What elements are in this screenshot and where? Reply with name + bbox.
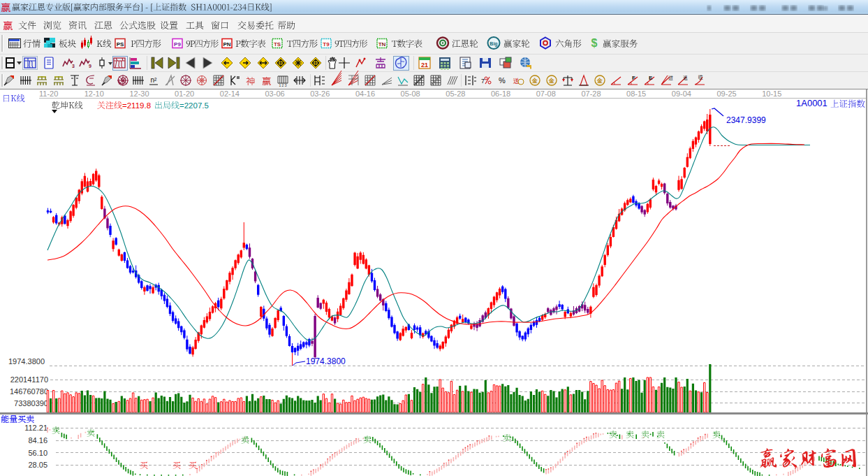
svg-text:07-28: 07-28: [581, 89, 601, 98]
svg-text:12-10: 12-10: [84, 89, 104, 98]
svg-text:T9: T9: [323, 41, 330, 48]
svg-text:TS: TS: [274, 41, 281, 48]
svg-text:7: 7: [481, 78, 485, 85]
svg-text:PS: PS: [117, 41, 124, 48]
svg-text:1974.3800: 1974.3800: [8, 357, 45, 366]
svg-text:遮: 遮: [683, 75, 688, 80]
svg-text:112.21: 112.21: [24, 424, 47, 432]
svg-text:2347.9399: 2347.9399: [726, 115, 766, 125]
svg-text:11-20: 11-20: [39, 89, 58, 98]
svg-text:09-04: 09-04: [672, 89, 691, 98]
svg-text:=2119.8: =2119.8: [122, 101, 151, 110]
svg-text:10-15: 10-15: [762, 89, 781, 98]
svg-text:$: $: [591, 37, 598, 49]
svg-text:03-26: 03-26: [310, 89, 330, 98]
svg-text:56.10: 56.10: [28, 449, 47, 457]
svg-text:21: 21: [421, 62, 428, 68]
svg-text:P9: P9: [174, 41, 181, 48]
svg-text:%: %: [499, 76, 506, 85]
svg-text:1974.3800: 1974.3800: [306, 356, 346, 366]
svg-text:05-08: 05-08: [401, 89, 420, 98]
svg-text:哎: 哎: [698, 75, 703, 80]
svg-text:进: 进: [668, 75, 673, 81]
svg-text:84.16: 84.16: [28, 436, 47, 445]
svg-text:1 2 3: 1 2 3: [279, 83, 286, 87]
svg-text:07-08: 07-08: [536, 89, 556, 98]
svg-text:金: 金: [596, 78, 603, 84]
svg-text:12-30: 12-30: [129, 89, 149, 98]
svg-text:02-14: 02-14: [220, 89, 240, 98]
svg-text:3: 3: [72, 64, 75, 68]
svg-text:=2207.5: =2207.5: [179, 101, 209, 110]
svg-text:04-16: 04-16: [355, 89, 375, 98]
svg-text:PN: PN: [223, 41, 230, 48]
svg-text:05-28: 05-28: [446, 89, 465, 98]
svg-text:220141170: 220141170: [10, 375, 48, 384]
svg-text:9: 9: [89, 64, 91, 68]
svg-text:01-20: 01-20: [175, 89, 194, 98]
svg-text:金: 金: [548, 78, 554, 84]
svg-text:n²: n²: [151, 76, 158, 84]
svg-text:06-18: 06-18: [491, 89, 510, 98]
svg-text:28.05: 28.05: [28, 461, 47, 469]
svg-text:08-15: 08-15: [626, 89, 646, 98]
svg-text:Big: Big: [490, 41, 497, 47]
svg-text:1A0001: 1A0001: [796, 98, 827, 108]
svg-text:09-25: 09-25: [717, 89, 737, 98]
svg-text:金: 金: [531, 78, 538, 84]
svg-text:146760780: 146760780: [10, 387, 48, 396]
svg-text:TN: TN: [378, 41, 386, 48]
svg-text:03-06: 03-06: [265, 89, 285, 98]
svg-text:E: E: [649, 75, 653, 81]
svg-text:F: F: [632, 75, 635, 81]
svg-text:73380390: 73380390: [14, 399, 48, 408]
